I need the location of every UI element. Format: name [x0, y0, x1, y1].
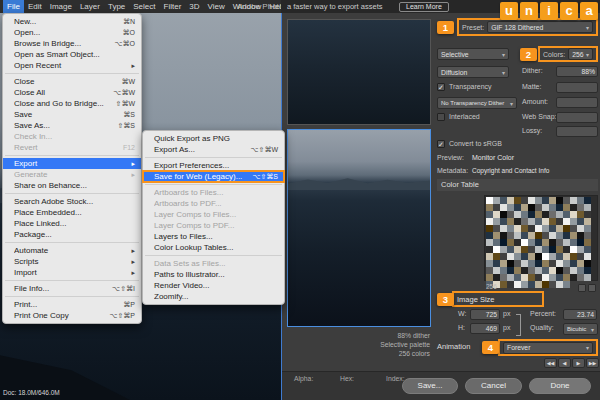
color-swatch[interactable] [556, 274, 563, 281]
color-swatch[interactable] [500, 218, 507, 225]
color-swatch[interactable] [563, 197, 570, 204]
color-swatch[interactable] [514, 260, 521, 267]
menubar-item-view[interactable]: View [204, 0, 229, 13]
color-swatch[interactable] [577, 218, 584, 225]
color-swatch[interactable] [493, 239, 500, 246]
color-swatch[interactable] [563, 218, 570, 225]
color-swatch[interactable] [556, 267, 563, 274]
color-swatch[interactable] [584, 225, 591, 232]
preset-dropdown[interactable]: GIF 128 Dithered ▾ [487, 21, 593, 33]
export-menu-item-layer-comps-to-pdf[interactable]: Layer Comps to PDF... [143, 220, 284, 231]
color-swatch[interactable] [535, 253, 542, 260]
file-menu-item-close[interactable]: Close⌘W [3, 76, 141, 87]
color-swatch[interactable] [528, 281, 535, 288]
matte-field[interactable] [556, 82, 598, 93]
color-swatch[interactable] [500, 239, 507, 246]
file-menu-item-search-adobe-stock[interactable]: Search Adobe Stock... [3, 196, 141, 207]
color-swatch[interactable] [486, 246, 493, 253]
file-menu-item-open[interactable]: Open...⌘O [3, 27, 141, 38]
color-swatch[interactable] [570, 274, 577, 281]
export-menu-item-export-preferences[interactable]: Export Preferences... [143, 160, 284, 171]
color-swatch[interactable] [563, 211, 570, 218]
color-swatch[interactable] [521, 274, 528, 281]
color-swatch[interactable] [570, 253, 577, 260]
dither-method-dropdown[interactable]: Diffusion ▾ [437, 66, 509, 78]
color-swatch[interactable] [584, 218, 591, 225]
color-swatch[interactable] [556, 232, 563, 239]
color-swatch[interactable] [535, 197, 542, 204]
color-swatch[interactable] [584, 260, 591, 267]
color-swatch[interactable] [514, 211, 521, 218]
color-swatch[interactable] [486, 204, 493, 211]
color-swatch[interactable] [556, 253, 563, 260]
color-swatch[interactable] [486, 267, 493, 274]
color-swatch[interactable] [577, 246, 584, 253]
file-menu-item-generate[interactable]: Generate▸ [3, 169, 141, 180]
color-swatch[interactable] [528, 260, 535, 267]
color-swatch[interactable] [500, 281, 507, 288]
color-swatch[interactable] [570, 197, 577, 204]
color-swatch[interactable] [528, 253, 535, 260]
color-table-header[interactable]: Color Table [437, 179, 598, 191]
color-swatch[interactable] [563, 260, 570, 267]
export-menu-item-export-as[interactable]: Export As...⌥⇧⌘W [143, 144, 284, 155]
color-swatch[interactable] [584, 246, 591, 253]
file-menu-item-automate[interactable]: Automate▸ [3, 245, 141, 256]
color-swatch[interactable] [542, 246, 549, 253]
export-menu-item-color-lookup-tables[interactable]: Color Lookup Tables... [143, 242, 284, 253]
color-swatch[interactable] [493, 260, 500, 267]
file-menu-item-revert[interactable]: RevertF12 [3, 142, 141, 153]
color-swatch[interactable] [507, 274, 514, 281]
color-swatch[interactable] [521, 260, 528, 267]
color-swatch[interactable] [570, 211, 577, 218]
export-menu-item-artboards-to-files[interactable]: Artboards to Files... [143, 187, 284, 198]
palette-dropdown[interactable]: Selective ▾ [437, 48, 509, 60]
color-swatch[interactable] [549, 204, 556, 211]
file-menu-item-import[interactable]: Import▸ [3, 267, 141, 278]
color-swatch[interactable] [521, 197, 528, 204]
color-swatch[interactable] [514, 197, 521, 204]
web-snap-field[interactable] [556, 112, 598, 123]
color-swatch[interactable] [535, 239, 542, 246]
color-swatch[interactable] [549, 218, 556, 225]
color-swatch[interactable] [570, 225, 577, 232]
color-swatch[interactable] [556, 225, 563, 232]
color-swatch[interactable] [542, 267, 549, 274]
file-menu-item-open-as-smart-object[interactable]: Open as Smart Object... [3, 49, 141, 60]
color-swatch[interactable] [563, 274, 570, 281]
export-menu-item-paths-to-illustrator[interactable]: Paths to Illustrator... [143, 269, 284, 280]
menubar-item-3d[interactable]: 3D [185, 0, 203, 13]
menubar-item-file[interactable]: File [3, 0, 24, 13]
color-swatch[interactable] [577, 204, 584, 211]
export-menu-item-layer-comps-to-files[interactable]: Layer Comps to Files... [143, 209, 284, 220]
color-swatch[interactable] [549, 211, 556, 218]
color-swatch[interactable] [542, 197, 549, 204]
height-field[interactable]: 469 [470, 323, 500, 334]
color-swatch[interactable] [549, 281, 556, 288]
color-swatch[interactable] [577, 267, 584, 274]
color-swatch[interactable] [549, 274, 556, 281]
color-swatch[interactable] [528, 239, 535, 246]
color-swatch[interactable] [521, 204, 528, 211]
color-swatch[interactable] [493, 211, 500, 218]
color-swatch[interactable] [514, 232, 521, 239]
file-menu-item-package[interactable]: Package... [3, 229, 141, 240]
color-swatch[interactable] [577, 211, 584, 218]
color-swatch[interactable] [535, 218, 542, 225]
color-swatch[interactable] [514, 281, 521, 288]
color-swatch[interactable] [528, 218, 535, 225]
cancel-button[interactable]: Cancel [465, 378, 522, 394]
color-swatch[interactable] [577, 232, 584, 239]
color-swatch[interactable] [577, 253, 584, 260]
color-swatch[interactable] [556, 281, 563, 288]
color-swatch[interactable] [507, 218, 514, 225]
dither-value-field[interactable]: 88% [556, 66, 598, 77]
color-swatch[interactable] [542, 239, 549, 246]
color-swatch[interactable] [549, 225, 556, 232]
color-swatch[interactable] [535, 246, 542, 253]
color-swatch[interactable] [486, 211, 493, 218]
color-swatch[interactable] [500, 260, 507, 267]
color-swatch[interactable] [486, 232, 493, 239]
menubar-item-image[interactable]: Image [46, 0, 76, 13]
new-color-icon[interactable] [578, 284, 586, 292]
